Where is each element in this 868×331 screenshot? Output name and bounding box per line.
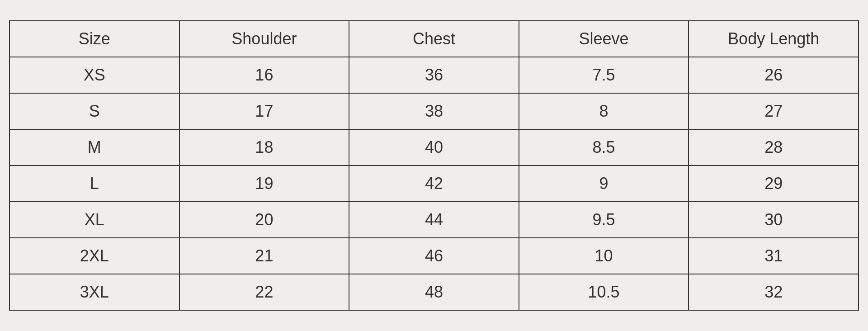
cell-row4-col1: 20 [179,202,349,238]
cell-row0-col4: 26 [689,57,859,93]
size-chart-container: Size Shoulder Chest Sleeve Body Length X… [9,20,859,311]
cell-row6-col4: 32 [689,274,859,310]
cell-row0-col1: 16 [179,57,349,93]
cell-row4-col2: 44 [349,202,519,238]
cell-row1-col3: 8 [519,93,689,129]
cell-row2-col0: M [9,129,179,166]
table-row: M18408.528 [9,129,859,166]
header-size: Size [9,21,179,57]
table-header-row: Size Shoulder Chest Sleeve Body Length [9,21,859,57]
cell-row5-col1: 21 [179,238,349,274]
table-row: L1942929 [9,166,859,202]
cell-row5-col4: 31 [689,238,859,274]
cell-row1-col1: 17 [179,93,349,129]
cell-row3-col3: 9 [519,166,689,202]
cell-row6-col1: 22 [179,274,349,310]
cell-row5-col2: 46 [349,238,519,274]
cell-row6-col0: 3XL [9,274,179,310]
table-row: S1738827 [9,93,859,129]
cell-row4-col4: 30 [689,202,859,238]
cell-row3-col2: 42 [349,166,519,202]
cell-row2-col2: 40 [349,129,519,166]
cell-row5-col3: 10 [519,238,689,274]
cell-row0-col3: 7.5 [519,57,689,93]
cell-row0-col0: XS [9,57,179,93]
cell-row6-col3: 10.5 [519,274,689,310]
size-chart-table: Size Shoulder Chest Sleeve Body Length X… [9,20,859,311]
table-row: XL20449.530 [9,202,859,238]
table-row: 2XL21461031 [9,238,859,274]
cell-row1-col4: 27 [689,93,859,129]
cell-row4-col0: XL [9,202,179,238]
header-chest: Chest [349,21,519,57]
cell-row3-col1: 19 [179,166,349,202]
table-row: XS16367.526 [9,57,859,93]
header-shoulder: Shoulder [179,21,349,57]
cell-row5-col0: 2XL [9,238,179,274]
cell-row2-col1: 18 [179,129,349,166]
cell-row1-col0: S [9,93,179,129]
header-body-length: Body Length [689,21,859,57]
cell-row2-col3: 8.5 [519,129,689,166]
cell-row1-col2: 38 [349,93,519,129]
cell-row0-col2: 36 [349,57,519,93]
cell-row3-col4: 29 [689,166,859,202]
cell-row2-col4: 28 [689,129,859,166]
table-row: 3XL224810.532 [9,274,859,310]
cell-row6-col2: 48 [349,274,519,310]
cell-row4-col3: 9.5 [519,202,689,238]
cell-row3-col0: L [9,166,179,202]
header-sleeve: Sleeve [519,21,689,57]
